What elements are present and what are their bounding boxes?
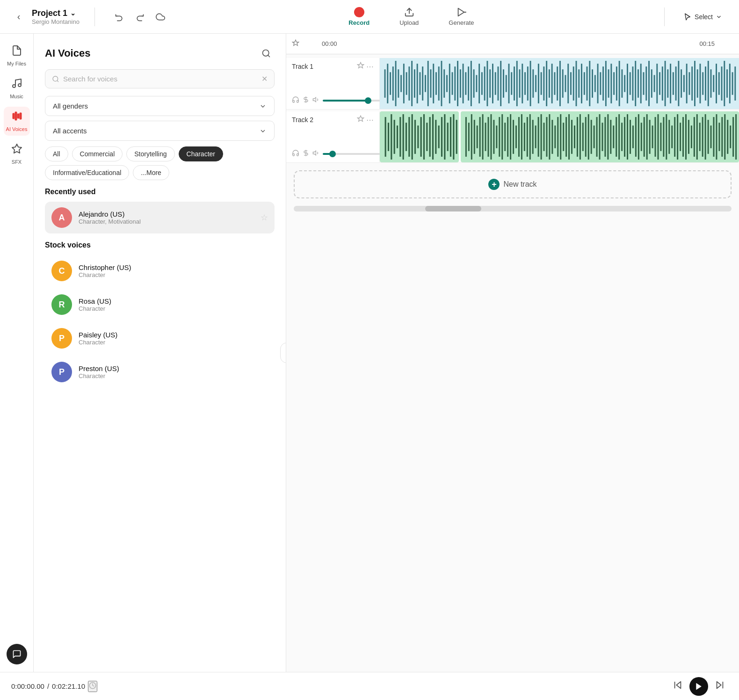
new-track-plus-icon: +: [488, 179, 500, 190]
svg-rect-248: [671, 125, 673, 148]
tag-character[interactable]: Character: [179, 146, 223, 161]
track-2-controls: Track 2 ⋯: [286, 111, 380, 162]
timeline-scrollbar[interactable]: [294, 206, 732, 211]
track-1-pin-button[interactable]: [357, 62, 364, 71]
svg-rect-231: [624, 117, 625, 157]
svg-rect-93: [592, 69, 593, 98]
redo-button[interactable]: [130, 7, 149, 26]
svg-rect-241: [652, 125, 653, 148]
accents-filter[interactable]: All accents: [45, 121, 275, 141]
svg-rect-233: [630, 120, 631, 154]
rewind-button[interactable]: [670, 677, 686, 695]
accents-chevron-icon: [259, 127, 267, 135]
svg-rect-211: [568, 114, 570, 160]
svg-rect-140: [718, 72, 720, 95]
tag-commercial[interactable]: Commercial: [72, 146, 123, 161]
track-1-volume-slider[interactable]: [323, 100, 383, 102]
svg-rect-74: [541, 72, 542, 95]
svg-rect-185: [496, 125, 497, 148]
tags-row: All Commercial Storytelling Character In…: [34, 146, 286, 180]
svg-rect-35: [435, 72, 437, 95]
svg-rect-33: [430, 69, 432, 98]
select-button[interactable]: Select: [678, 9, 728, 25]
timeline-area: 00:00 00:15 Track 1 ⋯: [286, 34, 739, 672]
track-2-more-button[interactable]: ⋯: [366, 115, 374, 124]
voice-item-preston[interactable]: P Preston (US) Character: [45, 356, 275, 388]
svg-rect-137: [710, 69, 712, 98]
track-1-more-button[interactable]: ⋯: [366, 62, 374, 71]
fast-forward-button[interactable]: [712, 677, 728, 695]
svg-rect-56: [492, 64, 493, 103]
svg-rect-243: [657, 114, 659, 160]
voice-item-rosa[interactable]: R Rosa (US) Character: [45, 289, 275, 321]
svg-rect-27: [414, 69, 415, 98]
stock-voices-title: Stock voices: [45, 241, 275, 249]
project-title[interactable]: Project 1 ⌄: [32, 8, 80, 18]
svg-rect-236: [638, 114, 639, 160]
sidebar-item-sfx[interactable]: SFX: [4, 139, 30, 168]
voice-item-christopher[interactable]: C Christopher (US) Character: [45, 255, 275, 287]
track-2-headphone-icon[interactable]: [292, 149, 299, 159]
search-clear-icon[interactable]: ✕: [261, 74, 268, 83]
tag-all[interactable]: All: [45, 146, 68, 161]
search-input[interactable]: [63, 75, 258, 83]
chat-button[interactable]: [7, 644, 27, 664]
bottom-bar: 0:00:00.00 / 0:02:21.10: [0, 672, 739, 700]
chevron-down-icon: ⌄: [70, 9, 76, 17]
tag-informative[interactable]: Informative/Educational: [45, 165, 129, 180]
upload-button[interactable]: Upload: [392, 3, 426, 30]
svg-rect-110: [638, 69, 639, 98]
voice-item-alejandro[interactable]: A Alejandro (US) Character, Motivational…: [45, 202, 275, 233]
track-1-freeze-icon[interactable]: [302, 96, 310, 105]
new-track-button[interactable]: + New track: [294, 170, 732, 198]
my-files-label: My Files: [7, 61, 26, 66]
sidebar-item-ai-voices[interactable]: AI Voices: [4, 107, 30, 136]
svg-rect-149: [385, 117, 386, 157]
svg-rect-75: [543, 66, 544, 101]
timeline-scrollbar-thumb[interactable]: [425, 206, 481, 211]
sfx-icon: [11, 143, 22, 157]
svg-rect-17: [387, 64, 388, 103]
sidebar-item-music[interactable]: Music: [4, 74, 30, 103]
paisley-tags: Character: [79, 339, 268, 346]
track-2-pin-button[interactable]: [357, 115, 364, 124]
track-2-freeze-icon[interactable]: [302, 149, 310, 159]
svg-rect-44: [460, 69, 461, 98]
alejandro-tags: Character, Motivational: [79, 218, 254, 225]
filters: All genders All accents: [34, 96, 286, 141]
svg-rect-197: [529, 114, 531, 160]
time-info-button[interactable]: [88, 681, 97, 692]
back-button[interactable]: ‹: [11, 9, 26, 24]
svg-rect-125: [678, 61, 679, 106]
svg-rect-156: [406, 123, 407, 151]
svg-rect-132: [697, 69, 698, 98]
track-2-volume-slider[interactable]: [323, 153, 383, 155]
track-2-volume-icon[interactable]: [312, 149, 320, 159]
generate-button[interactable]: Generate: [441, 3, 481, 30]
svg-rect-36: [438, 66, 440, 101]
avatar-alejandro: A: [51, 207, 72, 228]
alejandro-favorite-button[interactable]: ☆: [261, 212, 268, 223]
new-track-label: New track: [503, 180, 536, 189]
tag-storytelling[interactable]: Storytelling: [126, 146, 174, 161]
undo-button[interactable]: [110, 7, 129, 26]
collapse-panel-button[interactable]: ‹: [280, 343, 286, 363]
tag-more[interactable]: ...More: [133, 165, 169, 180]
track-1-headphone-icon[interactable]: [292, 96, 299, 105]
panel-search-icon-button[interactable]: [258, 45, 275, 62]
svg-rect-212: [571, 120, 572, 154]
genders-filter[interactable]: All genders: [45, 96, 275, 116]
svg-rect-102: [616, 66, 617, 101]
svg-rect-204: [549, 114, 550, 160]
svg-marker-15: [313, 97, 316, 102]
voice-item-paisley[interactable]: P Paisley (US) Character: [45, 322, 275, 354]
record-button[interactable]: Record: [341, 3, 377, 30]
svg-rect-242: [655, 117, 656, 157]
track-1-volume-icon[interactable]: [312, 96, 320, 105]
cloud-button[interactable]: [151, 7, 170, 26]
svg-rect-111: [640, 64, 642, 103]
pin-icon[interactable]: [292, 39, 299, 49]
play-button[interactable]: [689, 677, 708, 696]
svg-rect-117: [656, 64, 658, 103]
sidebar-item-my-files[interactable]: My Files: [4, 41, 30, 70]
